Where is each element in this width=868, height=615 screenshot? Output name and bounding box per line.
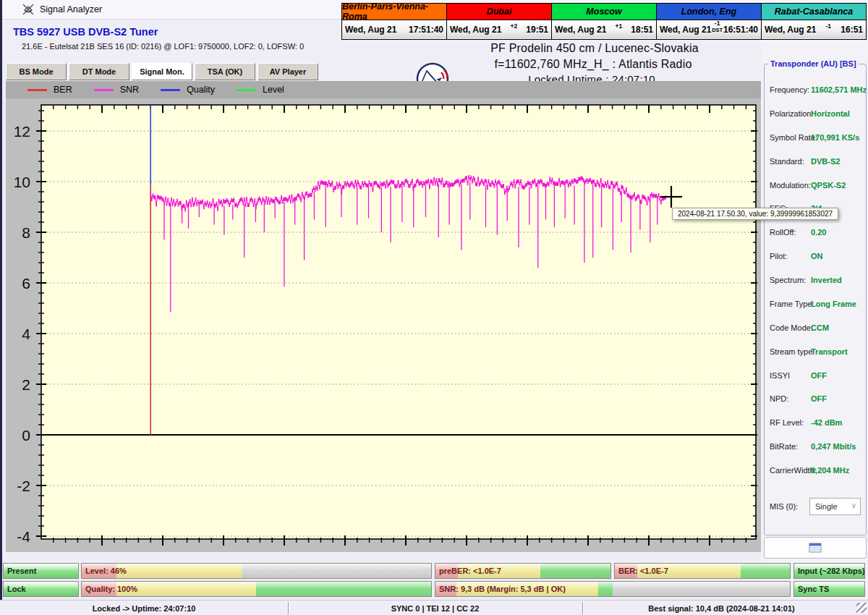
legend-item-snr: SNR [94,85,139,95]
legend-line-swatch [237,89,256,91]
field-value: 0,204 MHz [811,466,849,475]
legend-item-quality: Quality [161,85,215,95]
offset-sup: -1 [715,20,720,27]
datapoint-tooltip: 2024-08-21 17.50.30, value: 9,3999996185… [672,208,838,220]
svg-text:2: 2 [22,376,30,393]
tab-av-player[interactable]: AV Player [258,63,318,80]
legend-label: BER [54,85,72,95]
clock-time: Wed, Aug 21-1DST16:51:40 [657,20,761,38]
meter-quality: Quality: 100% [81,581,432,597]
clock-time: Wed, Aug 21-116:51 [762,20,866,38]
antenna-site-line: PF Prodelin 450 cm / Lucenec-Slovakia [490,42,699,55]
clock-hms: 16:51 [841,25,863,35]
clock-date: Wed, Aug 21 [345,25,396,35]
clock-1: DubaiWed, Aug 21+219:51 [447,4,552,39]
field-label: NPD: [770,394,788,403]
statusbar-section-2: Best signal: 10,4 dB (2024-08-21 14:01) [582,601,861,615]
legend-line-swatch [27,89,47,91]
clock-city: Dubai [447,4,551,20]
transponder-title: Transponder (AU) [BS] [768,59,859,68]
tab-dt-mode[interactable]: DT Mode [69,63,129,80]
field-label: Frame Type: [770,300,814,308]
snr-chart[interactable]: -4-2024681012 [6,98,761,552]
field-label: Spectrum: [770,276,806,284]
offset-sub: DST [711,27,723,33]
status-bar: Locked -> Uptime: 24:07:10SYNC 0 | TEI 1… [0,600,868,615]
field-value: QPSK-S2 [811,181,846,190]
field-label: Standard: [770,157,804,166]
field-value: Horizontal [811,109,850,118]
svg-text:4: 4 [22,326,30,342]
indicator-sync-ts: Sync TS [793,581,865,597]
meter-label: SNR: 9,3 dB (Margin: 5,3 dB | OK) [435,585,566,593]
clock-date: Wed, Aug 21 [660,25,711,35]
statusbar-section-1: SYNC 0 | TEI 12 | CC 22 [288,601,582,615]
legend-label: Quality [187,85,215,95]
chevron-down-icon: ∨ [851,501,856,509]
clock-utc-offset: -1 [816,23,841,30]
clock-time: Wed, Aug 21+118:51 [552,20,656,38]
field-label: ISSYI [770,371,790,380]
field-value: CCM [811,323,829,332]
field-label: RollOff: [770,228,796,237]
meter-label: Lock [4,585,26,593]
tab-tsa-ok-[interactable]: TSA (OK) [195,63,255,80]
meter-label: Quality: 100% [82,585,137,593]
legend-label: Level [263,85,284,95]
field-value: OFF [811,394,827,403]
clock-city: Rabat-Casablanca [762,4,866,20]
clock-city: Berlin-Paris-Vienna-Roma [342,4,446,20]
clock-city: London, Eng [657,4,761,20]
legend-item-level: Level [237,85,284,95]
clock-hms: 18:51 [631,25,653,35]
offset-sup: -1 [826,22,832,30]
field-label: CarrierWidth: [770,466,817,475]
clock-hms: 17:51:40 [409,25,443,35]
signal-meters-row-1: PresentLevel: 46%preBER: <1.0E-7BER: <1.… [0,563,868,579]
field-value: DVB-S2 [811,157,840,166]
mis-dropdown[interactable]: Single ∨ [809,498,861,515]
tab-signal-mon-[interactable]: Signal Mon. [132,63,192,80]
field-value: ON [811,252,823,260]
meter-preber: preBER: <1.0E-7 [435,563,611,579]
tuner-name: TBS 5927 USB DVB-S2 Tuner [13,26,158,38]
clock-utc-offset: -1DST [711,20,723,33]
statusbar-section-0: Locked -> Uptime: 24:07:10 [0,601,288,615]
field-label: Modulation: [770,181,811,190]
legend-line-swatch [94,89,114,91]
field-value: 0,247 Mbit/s [811,442,856,451]
field-label: Pilot: [770,252,787,260]
world-clocks: Berlin-Paris-Vienna-RomaWed, Aug 2117:51… [341,3,867,40]
svg-text:10: 10 [14,174,30,190]
transport-analyzer-button[interactable] [764,537,867,559]
clock-time: Wed, Aug 21+219:51 [447,20,551,38]
field-label: RF Level: [770,418,804,427]
clock-utc-offset: +1 [606,23,631,30]
meter-level: Level: 46% [81,563,432,579]
svg-text:-4: -4 [17,528,30,545]
tab-bs-mode[interactable]: BS Mode [6,63,67,80]
field-value: OFF [811,371,827,380]
field-value: Long Frame [811,300,856,308]
field-label: Stream type: [770,347,814,356]
frequency-service-line: f=11602,760 MHz_H_ : Atlantis Radio [494,58,692,71]
legend-label: SNR [120,85,139,95]
clock-hms: 19:51 [526,25,548,35]
statusbar-divider [288,602,289,614]
mis-value: Single [815,502,838,511]
field-label: Frequency: [770,85,809,94]
svg-text:-2: -2 [17,478,30,494]
satellite-dish-icon [22,4,35,15]
legend-line-swatch [161,89,180,91]
field-value: 11602,571 MHz [811,85,867,94]
meter-label: Input (~282 Kbps) [794,567,865,575]
legend-item-ber: BER [27,85,72,95]
clock-date: Wed, Aug 21 [450,25,501,35]
svg-text:6: 6 [22,275,30,292]
clock-hms: 16:51:40 [723,25,758,35]
meter-label: preBER: <1.0E-7 [435,567,501,575]
table-icon [809,543,822,553]
crosshair-cursor [660,186,682,211]
tuner-details: 21.6E - Eutelsat 21B SES 16 (ID: 0216) @… [22,42,304,51]
clock-date: Wed, Aug 21 [555,25,606,35]
